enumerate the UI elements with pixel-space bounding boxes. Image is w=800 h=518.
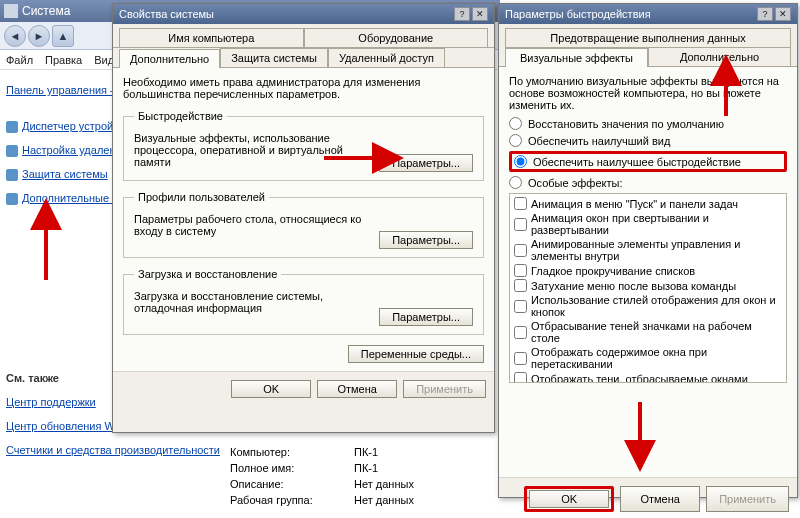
ok-button[interactable]: OK [529, 490, 609, 508]
effect-checkbox-row[interactable]: Анимация окон при свертывании и разверты… [512, 211, 784, 237]
profiles-legend: Профили пользователей [134, 191, 269, 203]
effect-checkbox[interactable] [514, 218, 527, 231]
system-icon [4, 4, 18, 18]
back-button[interactable]: ◄ [4, 25, 26, 47]
effects-checklist[interactable]: Анимация в меню "Пуск" и панели задачАни… [509, 193, 787, 383]
effect-checkbox-row[interactable]: Затухание меню после вызова команды [512, 278, 784, 293]
startup-settings-button[interactable]: Параметры... [379, 308, 473, 326]
effect-checkbox[interactable] [514, 300, 527, 313]
env-vars-button[interactable]: Переменные среды... [348, 345, 484, 363]
shield-icon [6, 145, 18, 157]
sysprops-tabs-row2: Дополнительно Защита системы Удаленный д… [113, 48, 494, 68]
tab-advanced[interactable]: Дополнительно [648, 47, 791, 66]
info-label: Полное имя: [230, 462, 340, 474]
info-label: Рабочая группа: [230, 494, 340, 506]
system-properties-dialog: Свойства системы ?✕ Имя компьютера Обору… [112, 3, 495, 433]
shield-icon [6, 193, 18, 205]
cp-title: Система [22, 4, 70, 18]
ok-button[interactable]: OK [231, 380, 311, 398]
arrow-annotation-left [36, 212, 56, 284]
perf-title: Параметры быстродействия [505, 8, 651, 20]
radio-best-appearance[interactable]: Обеспечить наилучший вид [509, 134, 787, 147]
tab-computer-name[interactable]: Имя компьютера [119, 28, 304, 47]
sysprops-body: Необходимо иметь права администратора дл… [113, 68, 494, 371]
admin-note: Необходимо иметь права администратора дл… [123, 76, 484, 100]
tab-visual-effects[interactable]: Визуальные эффекты [505, 48, 648, 67]
help-button[interactable]: ? [757, 7, 773, 21]
effect-checkbox[interactable] [514, 352, 527, 365]
info-value: Нет данных [354, 478, 414, 490]
menu-file[interactable]: Файл [6, 54, 33, 66]
radio-best-performance[interactable]: Обеспечить наилучшее быстродействие [509, 151, 787, 172]
cancel-button[interactable]: Отмена [317, 380, 397, 398]
effect-label: Затухание меню после вызова команды [531, 280, 736, 292]
effect-label: Отбрасывание теней значками на рабочем с… [531, 320, 782, 344]
sysprops-buttons: OK Отмена Применить [113, 371, 494, 406]
cancel-button[interactable]: Отмена [620, 486, 700, 512]
effect-checkbox-row[interactable]: Отображать тени, отбрасываемые окнами [512, 371, 784, 383]
effect-checkbox[interactable] [514, 244, 527, 257]
sysprops-title: Свойства системы [119, 8, 214, 20]
close-button[interactable]: ✕ [472, 7, 488, 21]
tab-dep[interactable]: Предотвращение выполнения данных [505, 28, 791, 48]
apply-button[interactable]: Применить [403, 380, 486, 398]
radio-restore-defaults[interactable]: Восстановить значения по умолчанию [509, 117, 787, 130]
perf-tabs: Предотвращение выполнения данных Визуаль… [499, 24, 797, 67]
effect-checkbox[interactable] [514, 197, 527, 210]
tab-advanced[interactable]: Дополнительно [119, 49, 220, 68]
radio-custom[interactable]: Особые эффекты: [509, 176, 787, 189]
tab-remote[interactable]: Удаленный доступ [328, 48, 445, 67]
shield-icon [6, 121, 18, 133]
effect-checkbox-row[interactable]: Отображать содержимое окна при перетаски… [512, 345, 784, 371]
effect-label: Гладкое прокручивание списков [531, 265, 695, 277]
profiles-group: Профили пользователей Параметры рабочего… [123, 191, 484, 258]
effect-label: Анимация окон при свертывании и разверты… [531, 212, 782, 236]
performance-group: Быстродействие Визуальные эффекты, испол… [123, 110, 484, 181]
system-info: Компьютер:ПК-1 Полное имя:ПК-1 Описание:… [230, 442, 414, 506]
effect-checkbox-row[interactable]: Отбрасывание теней значками на рабочем с… [512, 319, 784, 345]
effect-checkbox[interactable] [514, 326, 527, 339]
startup-legend: Загрузка и восстановление [134, 268, 281, 280]
performance-legend: Быстродействие [134, 110, 227, 122]
startup-group: Загрузка и восстановление Загрузка и вос… [123, 268, 484, 335]
effect-label: Отображать содержимое окна при перетаски… [531, 346, 782, 370]
profiles-settings-button[interactable]: Параметры... [379, 231, 473, 249]
up-button[interactable]: ▲ [52, 25, 74, 47]
info-label: Описание: [230, 478, 340, 490]
arrow-annotation-params [322, 148, 392, 170]
effect-checkbox[interactable] [514, 279, 527, 292]
effect-label: Отображать тени, отбрасываемые окнами [531, 373, 748, 384]
sysprops-tabs-row1: Имя компьютера Оборудование [113, 24, 494, 48]
info-value: ПК-1 [354, 446, 378, 458]
sysprops-titlebar: Свойства системы ?✕ [113, 4, 494, 24]
close-button[interactable]: ✕ [775, 7, 791, 21]
effect-checkbox-row[interactable]: Использование стилей отображения для око… [512, 293, 784, 319]
tab-hardware[interactable]: Оборудование [304, 28, 489, 47]
effect-checkbox-row[interactable]: Анимированные элементы управления и элем… [512, 237, 784, 263]
arrow-annotation-ok [630, 400, 650, 462]
effect-checkbox-row[interactable]: Гладкое прокручивание списков [512, 263, 784, 278]
info-value: Нет данных [354, 494, 414, 506]
effect-checkbox[interactable] [514, 264, 527, 277]
perf-titlebar: Параметры быстродействия ?✕ [499, 4, 797, 24]
info-value: ПК-1 [354, 462, 378, 474]
forward-button[interactable]: ► [28, 25, 50, 47]
perf-buttons: OK Отмена Применить [499, 477, 797, 518]
arrow-annotation-tab [716, 68, 736, 120]
tab-protection[interactable]: Защита системы [220, 48, 328, 67]
effect-label: Анимированные элементы управления и элем… [531, 238, 782, 262]
shield-icon [6, 169, 18, 181]
effect-label: Анимация в меню "Пуск" и панели задач [531, 198, 738, 210]
menu-edit[interactable]: Правка [45, 54, 82, 66]
apply-button[interactable]: Применить [706, 486, 789, 512]
effect-checkbox[interactable] [514, 372, 527, 383]
info-label: Компьютер: [230, 446, 340, 458]
performance-settings-button[interactable]: Параметры... [379, 154, 473, 172]
perf-intro: По умолчанию визуальные эффекты выбирают… [509, 75, 787, 111]
effect-label: Использование стилей отображения для око… [531, 294, 782, 318]
effect-checkbox-row[interactable]: Анимация в меню "Пуск" и панели задач [512, 196, 784, 211]
help-button[interactable]: ? [454, 7, 470, 21]
